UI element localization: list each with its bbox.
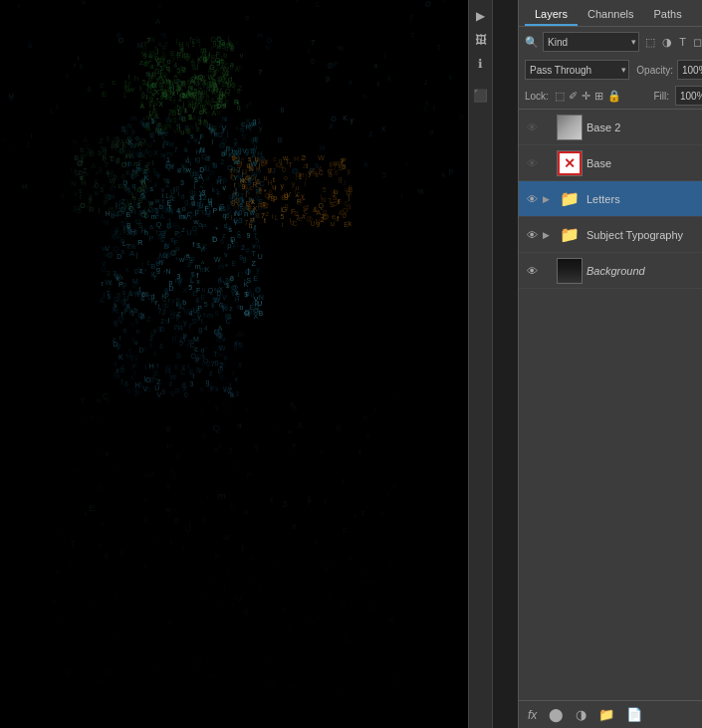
layer-item-base[interactable]: 👁 ✕ Base	[519, 145, 702, 181]
layers-panel: Layers Channels Paths ≡ 🔍 Kind ⬚ ◑ T ◻ ⬡…	[518, 0, 702, 728]
play-tool[interactable]: ▶	[471, 6, 491, 26]
filter-kind-select[interactable]: Kind	[543, 32, 639, 52]
visibility-base2[interactable]: 👁	[525, 121, 539, 134]
info-tool[interactable]: ℹ	[471, 54, 491, 74]
lock-all-btn[interactable]: 🔒	[607, 90, 621, 103]
filter-shape-icon[interactable]: ◻	[691, 35, 702, 50]
thumbnail-base: ✕	[557, 150, 583, 176]
blend-mode-select[interactable]: Pass Through Normal Multiply Screen	[525, 60, 629, 80]
layer-name-letters: Letters	[586, 193, 702, 205]
fill-label: Fill:	[653, 91, 669, 102]
visibility-subject[interactable]: 👁	[525, 228, 539, 242]
layer-item-subject-typography[interactable]: 👁 ▶ 📁 Subject Typography	[519, 217, 702, 253]
lock-transparent-btn[interactable]: ⬚	[555, 90, 565, 103]
filter-pixel-icon[interactable]: ⬚	[643, 35, 657, 50]
filter-search-icon: 🔍	[525, 36, 539, 49]
tab-paths[interactable]: Paths	[644, 4, 692, 26]
visibility-background[interactable]: 👁	[525, 264, 539, 278]
thumbnail-background	[557, 258, 583, 284]
fx-button[interactable]: fx	[525, 706, 540, 724]
opacity-input[interactable]	[677, 60, 702, 80]
lock-row: Lock: ⬚ ✐ ✛ ⊞ 🔒 Fill: ▾	[519, 83, 702, 110]
lock-position-btn[interactable]: ✛	[582, 90, 590, 103]
filter-row: 🔍 Kind ⬚ ◑ T ◻ ⬡	[519, 27, 702, 57]
layers-list: 👁 Base 2 👁 ✕ Base 👁 ▶ 📁 Letters 👁	[519, 110, 702, 700]
history-tool[interactable]: ⬛	[471, 86, 491, 106]
blend-mode-row: Pass Through Normal Multiply Screen Opac…	[519, 57, 702, 83]
filter-adjustment-icon[interactable]: ◑	[660, 35, 674, 50]
canvas-area	[0, 0, 468, 728]
layer-name-subject: Subject Typography	[586, 229, 702, 241]
lock-artboard-btn[interactable]: ⊞	[594, 90, 603, 103]
expand-subject[interactable]: ▶	[543, 230, 553, 240]
thumbnail-letters: 📁	[557, 186, 583, 212]
layers-tool[interactable]: 🖽	[471, 30, 491, 50]
layer-item-background[interactable]: 👁 Background 🔒	[519, 253, 702, 289]
left-toolbar: ▶ 🖽 ℹ ⬛	[468, 0, 493, 728]
layer-item-base2[interactable]: 👁 Base 2	[519, 110, 702, 145]
lock-icons: ⬚ ✐ ✛ ⊞ 🔒	[555, 90, 621, 103]
tab-channels[interactable]: Channels	[578, 4, 643, 26]
thumbnail-base2	[557, 115, 583, 140]
art-canvas	[0, 0, 468, 728]
visibility-base[interactable]: 👁	[525, 156, 539, 170]
adjustment-button[interactable]: ◑	[573, 705, 589, 724]
lock-label: Lock:	[525, 91, 549, 102]
opacity-label: Opacity:	[636, 65, 673, 76]
thumbnail-subject: 📁	[557, 222, 583, 248]
visibility-letters[interactable]: 👁	[525, 192, 539, 206]
lock-pixels-btn[interactable]: ✐	[569, 90, 578, 103]
tab-layers[interactable]: Layers	[525, 4, 578, 26]
new-layer-button[interactable]: 📄	[623, 705, 645, 724]
layer-name-background: Background	[586, 265, 702, 277]
layer-item-letters[interactable]: 👁 ▶ 📁 Letters	[519, 181, 702, 217]
filter-icons: ⬚ ◑ T ◻ ⬡	[643, 35, 702, 50]
panel-tabs: Layers Channels Paths ≡	[519, 0, 702, 27]
group-button[interactable]: 📁	[595, 705, 617, 724]
layer-name-base2: Base 2	[586, 121, 702, 133]
layer-name-base: Base	[586, 157, 702, 169]
filter-type-icon[interactable]: T	[677, 35, 688, 49]
fill-input[interactable]	[675, 86, 702, 106]
expand-letters[interactable]: ▶	[543, 194, 553, 204]
panel-bottom-toolbar: fx ⬤ ◑ 📁 📄 🗑	[519, 700, 702, 728]
add-mask-button[interactable]: ⬤	[546, 705, 567, 724]
